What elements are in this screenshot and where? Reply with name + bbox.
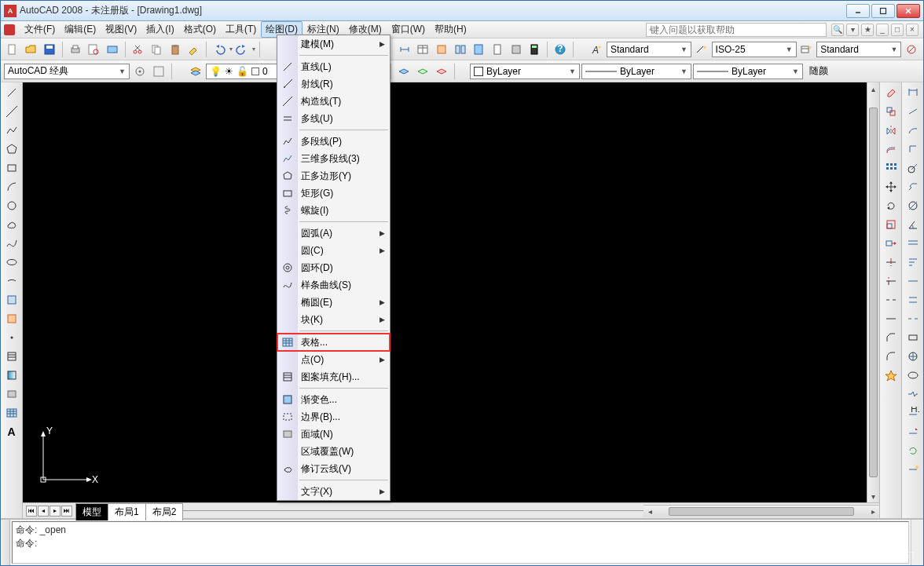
dim-angular-icon[interactable]: [904, 216, 922, 233]
draw-menu-item[interactable]: 表格...: [277, 334, 390, 351]
text-style-dropdown[interactable]: Standard▼: [607, 42, 691, 57]
move-tool-icon[interactable]: [882, 178, 900, 195]
chamfer-tool-icon[interactable]: [882, 329, 900, 346]
dim-quick-icon[interactable]: [904, 235, 922, 252]
revcloud-tool-icon[interactable]: [3, 216, 20, 233]
dim-baseline-icon[interactable]: [904, 254, 922, 271]
layer-prev-icon[interactable]: [414, 63, 431, 80]
dimstyle-icon[interactable]: [904, 461, 922, 478]
draw-menu-item[interactable]: 边界(B)...: [277, 408, 390, 425]
draw-menu-item[interactable]: 椭圆(E)▶: [277, 294, 390, 311]
publish-icon[interactable]: [104, 41, 121, 58]
dim-style-dropdown[interactable]: ISO-25▼: [712, 42, 797, 57]
menu-help[interactable]: 帮助(H): [430, 21, 471, 38]
menu-format[interactable]: 格式(O): [179, 21, 221, 38]
draw-menu-item[interactable]: 构造线(T): [277, 93, 390, 110]
erase-tool-icon[interactable]: [882, 84, 900, 101]
close-button[interactable]: [896, 4, 920, 18]
draw-menu-item[interactable]: 圆环(D): [277, 259, 390, 276]
scroll-right-icon[interactable]: ▸: [867, 506, 879, 517]
dim-arc-icon[interactable]: [904, 122, 922, 139]
redo-icon[interactable]: [234, 41, 251, 58]
dim-update-icon[interactable]: [904, 442, 922, 459]
dcenter-icon[interactable]: [452, 41, 469, 58]
point-tool-icon[interactable]: [3, 329, 20, 346]
command-text[interactable]: 命令: _open 命令:: [12, 521, 909, 564]
dim-continue-icon[interactable]: [904, 272, 922, 290]
dim-break-icon[interactable]: [904, 310, 922, 327]
arc-tool-icon[interactable]: [3, 178, 20, 195]
lineweight-dropdown[interactable]: ByLayer▼: [693, 64, 803, 79]
maximize-button[interactable]: [871, 4, 895, 18]
draw-menu-item[interactable]: 点(O)▶: [277, 351, 390, 368]
draw-menu-item[interactable]: 直线(L): [277, 58, 390, 75]
pline-tool-icon[interactable]: [3, 122, 20, 139]
tab-prev-icon[interactable]: ◂: [38, 506, 49, 517]
favorite-icon[interactable]: ★: [861, 24, 874, 36]
tab-layout2[interactable]: 布局2: [145, 503, 184, 520]
dim-jog-icon[interactable]: [904, 178, 922, 195]
menu-window[interactable]: 窗口(W): [387, 21, 430, 38]
scroll-down-icon[interactable]: ▾: [867, 490, 879, 502]
tab-next-icon[interactable]: ▸: [50, 506, 60, 517]
text-style-icon[interactable]: A: [588, 41, 605, 58]
dim-radius-icon[interactable]: [904, 159, 922, 177]
draw-menu-item[interactable]: 螺旋(I): [277, 202, 390, 219]
tolerance-icon[interactable]: [904, 329, 922, 346]
scroll-left-icon[interactable]: ◂: [644, 506, 656, 517]
mtext-tool-icon[interactable]: A: [3, 423, 20, 440]
draw-menu-item[interactable]: 文字(X)▶: [277, 483, 390, 500]
comm-icon[interactable]: ▾: [846, 24, 859, 36]
copy-tool-icon[interactable]: [882, 103, 900, 120]
calc-icon[interactable]: [526, 41, 543, 58]
minimize-button[interactable]: [846, 4, 870, 18]
trim-tool-icon[interactable]: [882, 254, 900, 271]
command-scrollbar[interactable]: [911, 520, 923, 565]
ellipse-tool-icon[interactable]: [3, 254, 20, 271]
workspace-settings-icon[interactable]: [131, 63, 148, 80]
draw-menu-item[interactable]: 多线(U): [277, 110, 390, 127]
prop-icon[interactable]: [433, 41, 450, 58]
table-style-dropdown[interactable]: Standard▼: [816, 42, 901, 57]
mleader-icon[interactable]: [903, 41, 920, 58]
explode-tool-icon[interactable]: [882, 367, 900, 384]
xline-tool-icon[interactable]: [3, 103, 20, 120]
array-tool-icon[interactable]: [882, 159, 900, 177]
draw-menu-item[interactable]: 样条曲线(S): [277, 276, 390, 294]
ellipse-arc-tool-icon[interactable]: [3, 272, 20, 290]
rotate-tool-icon[interactable]: [882, 197, 900, 214]
dim-space-icon[interactable]: [904, 291, 922, 309]
save-icon[interactable]: [41, 41, 58, 58]
draw-menu-item[interactable]: 块(K)▶: [277, 311, 390, 328]
scroll-up-icon[interactable]: ▴: [867, 82, 879, 95]
mdi-close-icon[interactable]: ×: [906, 24, 918, 36]
scale-tool-icon[interactable]: [882, 216, 900, 233]
dim-tedit-icon[interactable]: [904, 423, 922, 440]
mdi-min-icon[interactable]: _: [876, 24, 889, 36]
command-grip[interactable]: [1, 520, 10, 565]
rect-tool-icon[interactable]: [3, 159, 20, 177]
menu-tools[interactable]: 工具(T): [221, 21, 261, 38]
doc-icon[interactable]: [4, 24, 15, 35]
centermark-icon[interactable]: [904, 348, 922, 365]
markup-icon[interactable]: [508, 41, 525, 58]
linetype-dropdown[interactable]: ByLayer▼: [581, 64, 691, 79]
help-search-input[interactable]: [646, 23, 827, 37]
offset-tool-icon[interactable]: [882, 141, 900, 158]
mirror-tool-icon[interactable]: [882, 122, 900, 139]
draw-menu-item[interactable]: 圆弧(A)▶: [277, 225, 390, 242]
cut-icon[interactable]: [130, 41, 147, 58]
color-dropdown[interactable]: ByLayer▼: [470, 64, 580, 79]
region-tool-icon[interactable]: [3, 385, 20, 403]
gradient-tool-icon[interactable]: [3, 367, 20, 384]
break-tool-icon[interactable]: [882, 291, 900, 309]
dim-edit-icon[interactable]: H1: [904, 404, 922, 422]
copy-icon[interactable]: [148, 41, 165, 58]
dim-icon[interactable]: [396, 41, 413, 58]
draw-menu-item[interactable]: 区域覆盖(W): [277, 443, 390, 460]
spline-tool-icon[interactable]: [3, 235, 20, 252]
tab-model[interactable]: 模型: [75, 503, 108, 520]
mdi-max-icon[interactable]: □: [891, 24, 904, 36]
paste-icon[interactable]: [167, 41, 184, 58]
draw-menu-item[interactable]: 圆(C)▶: [277, 242, 390, 259]
